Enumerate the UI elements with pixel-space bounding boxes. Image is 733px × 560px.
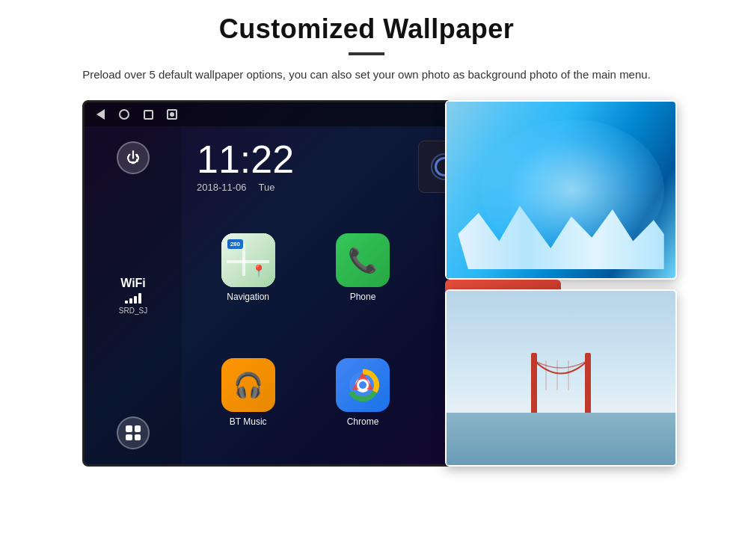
clock-day: Tue xyxy=(259,182,275,193)
page-container: Customized Wallpaper Preload over 5 defa… xyxy=(0,0,733,560)
bridge-cables-svg xyxy=(516,360,606,390)
chrome-app-icon xyxy=(336,358,390,412)
chrome-svg-icon xyxy=(346,369,379,401)
wifi-bar-3 xyxy=(134,296,137,304)
navigation-app-label: Navigation xyxy=(227,292,269,302)
app-item-chrome[interactable]: Chrome xyxy=(308,333,417,453)
wallpaper-thumbnail-ice[interactable] xyxy=(445,100,677,280)
power-button[interactable]: ⏻ xyxy=(117,141,150,174)
app-item-bt-music[interactable]: 🎧 BT Music xyxy=(194,333,302,453)
home-button-icon[interactable] xyxy=(117,108,131,121)
phone-app-icon: 📞 xyxy=(336,233,390,287)
back-triangle xyxy=(96,109,105,120)
bridge-water xyxy=(447,413,675,465)
bluetooth-symbol: 🎧 xyxy=(233,371,263,399)
screenshot-button-icon[interactable] xyxy=(165,108,179,121)
app-item-phone[interactable]: 📞 Phone xyxy=(308,208,417,327)
all-apps-button[interactable] xyxy=(117,416,150,449)
phone-app-label: Phone xyxy=(350,292,376,302)
map-road-vertical xyxy=(242,244,245,276)
apps-dot-3 xyxy=(126,434,132,441)
svg-point-3 xyxy=(359,381,366,389)
wifi-bar-2 xyxy=(129,298,132,304)
map-background: 280 📍 xyxy=(221,233,275,287)
clock-time: 11:22 xyxy=(197,140,403,179)
device-wrapper: 📍 ▾▾ 11:22 ⏻ WiFi xyxy=(56,100,677,467)
apps-dot-4 xyxy=(135,434,141,441)
navigation-app-icon: 280 📍 xyxy=(221,233,275,287)
wifi-ssid: SRD_SJ xyxy=(119,307,147,315)
wifi-bar-1 xyxy=(125,301,128,304)
clock-date: 2018-11-06 xyxy=(197,182,247,193)
clock-date-row: 2018-11-06 Tue xyxy=(197,182,403,193)
nav-icons xyxy=(93,108,179,121)
bridge-towers xyxy=(516,353,606,413)
back-button-icon[interactable] xyxy=(93,108,107,121)
clock-info: 11:22 2018-11-06 Tue xyxy=(197,140,403,193)
home-circle xyxy=(119,109,129,120)
map-pin-icon: 📍 xyxy=(251,264,266,278)
phone-symbol: 📞 xyxy=(348,246,378,274)
bt-music-app-icon: 🎧 xyxy=(221,358,275,412)
left-sidebar: ⏻ WiFi SRD_SJ xyxy=(85,126,182,464)
apps-dot-1 xyxy=(126,425,132,432)
wallpaper-thumbnail-bridge[interactable]: CarSetting xyxy=(445,289,677,467)
wifi-widget: WiFi SRD_SJ xyxy=(119,277,147,315)
wifi-bars xyxy=(125,293,141,304)
apps-dot-2 xyxy=(135,425,141,432)
ice-wallpaper-preview xyxy=(447,102,675,278)
map-road-horizontal xyxy=(227,260,270,263)
page-title: Customized Wallpaper xyxy=(219,13,515,45)
bridge-wallpaper-preview xyxy=(447,291,675,465)
wifi-label: WiFi xyxy=(120,277,146,290)
screenshot-shape xyxy=(167,109,177,120)
bt-music-app-label: BT Music xyxy=(230,416,267,427)
recents-button-icon[interactable] xyxy=(141,108,155,121)
page-description: Preload over 5 default wallpaper options… xyxy=(82,66,651,84)
wifi-bar-4 xyxy=(138,293,141,304)
map-road-number: 280 xyxy=(230,241,240,247)
square-icon xyxy=(144,110,153,120)
title-divider xyxy=(349,52,384,55)
app-item-navigation[interactable]: 280 📍 Navigation xyxy=(194,208,302,327)
map-road-badge: 280 xyxy=(227,239,243,249)
chrome-app-label: Chrome xyxy=(347,416,379,427)
